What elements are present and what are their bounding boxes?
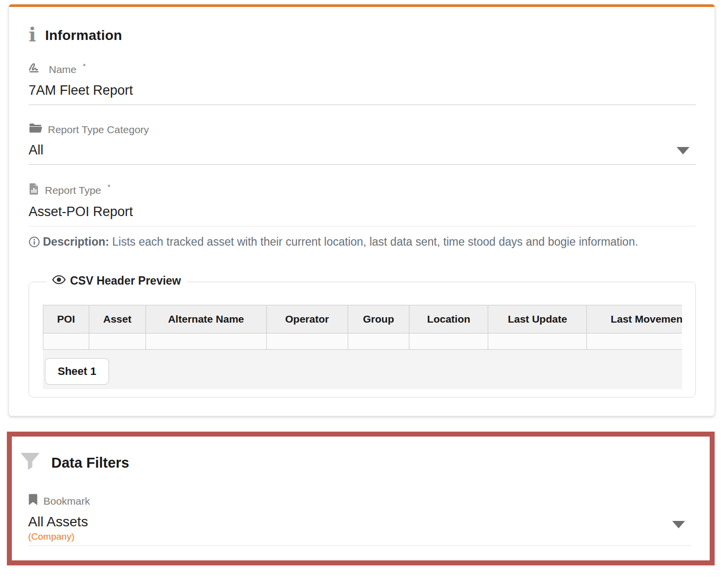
information-section-title: i Information: [29, 7, 696, 44]
chevron-down-icon: [672, 521, 685, 528]
bookmark-icon: [28, 493, 38, 509]
csv-legend-text: CSV Header Preview: [70, 274, 181, 288]
report-type-category-label-text: Report Type Category: [48, 124, 149, 136]
chevron-down-icon: [677, 147, 689, 154]
sheet-tab[interactable]: Sheet 1: [45, 358, 109, 385]
name-value[interactable]: 7AM Fleet Report: [29, 83, 696, 98]
csv-header-row: POI Asset Alternate Name Operator Group …: [43, 305, 683, 333]
report-type-category-field[interactable]: Report Type Category All: [29, 123, 696, 165]
report-type-label: Report Type *: [29, 183, 696, 198]
csv-header-preview-legend: CSV Header Preview: [47, 274, 186, 288]
sheet-tab-bar: Sheet 1: [43, 350, 682, 389]
report-type-category-value[interactable]: All: [29, 143, 696, 158]
report-setup-page: i Information Name * 7AM Fleet Report: [0, 4, 722, 565]
filter-funnel-icon: [20, 451, 40, 475]
report-type-value[interactable]: Asset-POI Report: [29, 204, 696, 220]
signature-icon: [29, 62, 43, 76]
csv-preview-table: POI Asset Alternate Name Operator Group …: [43, 305, 682, 350]
column-header: Asset: [89, 305, 145, 333]
data-filters-section: Data Filters Bookmark All Assets (Compan…: [7, 432, 715, 565]
csv-preview-table-container: POI Asset Alternate Name Operator Group …: [43, 305, 682, 389]
report-type-label-text: Report Type: [45, 184, 101, 196]
csv-header-preview-panel: CSV Header Preview POI Asset Alternate N…: [29, 282, 696, 398]
column-header: Location: [409, 305, 488, 333]
report-type-field[interactable]: Report Type * Asset-POI Report: [29, 183, 696, 226]
folder-icon: [29, 123, 42, 136]
required-asterisk: *: [108, 183, 110, 191]
description-label: Description:: [43, 235, 109, 248]
column-header: Alternate Name: [145, 305, 266, 333]
report-type-category-label: Report Type Category: [29, 123, 696, 136]
info-circle-icon: [29, 235, 40, 252]
name-field[interactable]: Name * 7AM Fleet Report: [29, 62, 696, 105]
information-card-body: i Information Name * 7AM Fleet Report: [9, 7, 715, 416]
bookmark-value[interactable]: All Assets: [28, 514, 691, 530]
eye-icon: [52, 274, 66, 288]
bookmark-label: Bookmark: [28, 493, 691, 509]
report-type-description: Description: Lists each tracked asset wi…: [29, 233, 685, 252]
information-title-text: Information: [45, 28, 122, 43]
info-icon: i: [29, 26, 36, 43]
column-header: Last Update: [488, 305, 587, 333]
required-asterisk: *: [83, 62, 86, 70]
column-header: POI: [43, 305, 89, 333]
file-chart-icon: [29, 183, 39, 198]
data-filters-title: Data Filters: [20, 451, 696, 475]
bookmark-label-text: Bookmark: [43, 495, 90, 507]
column-header: Operator: [266, 305, 348, 333]
csv-empty-row: [43, 333, 683, 350]
data-filters-title-text: Data Filters: [51, 455, 129, 471]
bookmark-field[interactable]: Bookmark All Assets (Company): [28, 493, 691, 546]
column-header: Group: [348, 305, 409, 333]
column-header: Last Movement: [587, 305, 682, 333]
description-text: Lists each tracked asset with their curr…: [112, 235, 638, 248]
name-field-label: Name *: [29, 62, 696, 76]
information-card: i Information Name * 7AM Fleet Report: [8, 4, 715, 416]
bookmark-scope: (Company): [28, 531, 691, 542]
name-label-text: Name: [49, 64, 76, 75]
